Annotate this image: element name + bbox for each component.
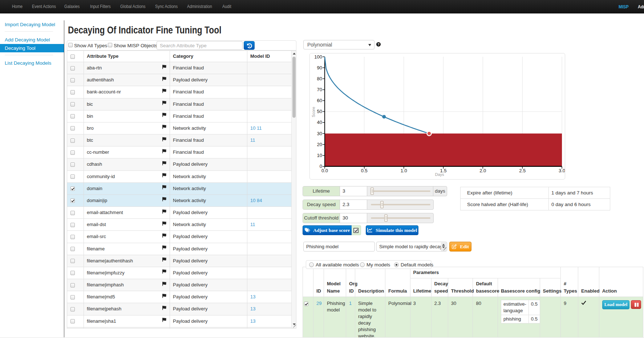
svg-text:2.5: 2.5 — [519, 168, 526, 173]
svg-text:70: 70 — [317, 87, 322, 92]
svg-text:80: 80 — [317, 76, 322, 81]
svg-text:Days: Days — [435, 172, 444, 177]
svg-text:100: 100 — [314, 54, 322, 60]
svg-text:Score: Score — [311, 107, 316, 117]
svg-text:40: 40 — [317, 120, 322, 125]
svg-text:2.0: 2.0 — [479, 168, 486, 173]
svg-text:30: 30 — [317, 131, 322, 136]
svg-text:90: 90 — [317, 65, 322, 71]
svg-text:0.5: 0.5 — [361, 168, 368, 173]
svg-text:0.0: 0.0 — [321, 168, 328, 173]
svg-text:10: 10 — [317, 153, 322, 158]
svg-text:60: 60 — [317, 98, 322, 103]
svg-text:20: 20 — [317, 142, 322, 147]
svg-text:50: 50 — [317, 109, 322, 114]
svg-text:3.0: 3.0 — [559, 168, 565, 173]
svg-text:?: ? — [377, 43, 380, 46]
svg-text:1.0: 1.0 — [401, 168, 407, 173]
